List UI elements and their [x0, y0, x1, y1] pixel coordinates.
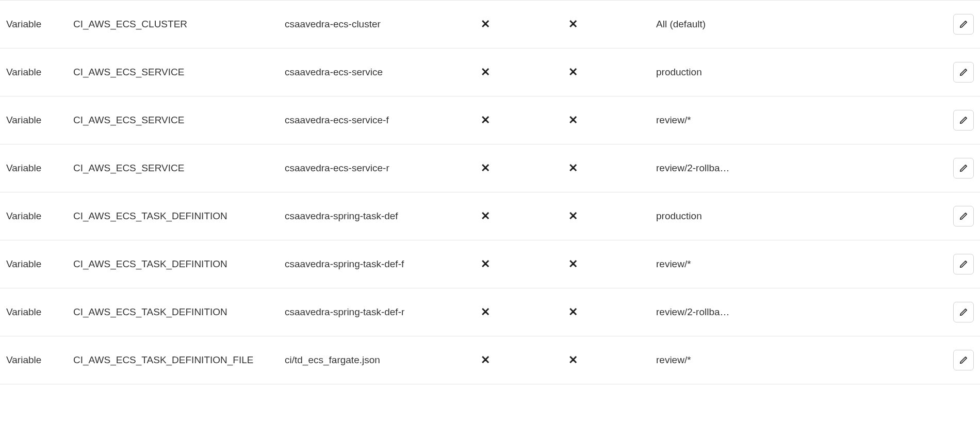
- x-icon: ✕: [481, 306, 490, 318]
- edit-variable-button[interactable]: [953, 62, 974, 83]
- variable-type: Variable: [0, 192, 67, 240]
- table-row: VariableCI_AWS_ECS_TASK_DEFINITION_FILEc…: [0, 336, 980, 384]
- pencil-icon: [959, 20, 968, 29]
- pencil-icon: [959, 355, 968, 365]
- variable-environment: All (default): [650, 1, 947, 48]
- variable-value: csaavedra-spring-task-def: [279, 192, 475, 240]
- variable-value: csaavedra-spring-task-def-f: [279, 240, 475, 288]
- variable-type: Variable: [0, 288, 67, 336]
- pencil-icon: [959, 212, 968, 221]
- variable-value: csaavedra-ecs-service-f: [279, 96, 475, 144]
- x-icon: ✕: [568, 67, 578, 78]
- table-row: VariableCI_AWS_ECS_TASK_DEFINITIONcsaave…: [0, 288, 980, 336]
- pencil-icon: [959, 164, 968, 173]
- variable-value: csaavedra-spring-task-def-r: [279, 288, 475, 336]
- variable-key: CI_AWS_ECS_SERVICE: [67, 96, 279, 144]
- variable-masked: ✕: [562, 192, 650, 240]
- variable-type: Variable: [0, 96, 67, 144]
- variable-protected: ✕: [475, 336, 562, 384]
- variable-environment: review/*: [650, 240, 947, 288]
- variable-value: csaavedra-ecs-cluster: [279, 1, 475, 48]
- variable-masked: ✕: [562, 288, 650, 336]
- variable-key: CI_AWS_ECS_CLUSTER: [67, 1, 279, 48]
- x-icon: ✕: [568, 258, 578, 270]
- x-icon: ✕: [568, 211, 578, 222]
- variable-protected: ✕: [475, 288, 562, 336]
- variable-value: csaavedra-ecs-service: [279, 48, 475, 96]
- variable-key: CI_AWS_ECS_TASK_DEFINITION: [67, 192, 279, 240]
- pencil-icon: [959, 68, 968, 77]
- x-icon: ✕: [481, 19, 490, 30]
- x-icon: ✕: [568, 115, 578, 126]
- edit-variable-button[interactable]: [953, 14, 974, 35]
- table-row: VariableCI_AWS_ECS_SERVICEcsaavedra-ecs-…: [0, 48, 980, 96]
- x-icon: ✕: [568, 306, 578, 318]
- variable-environment: review/2-rollba…: [650, 288, 947, 336]
- variable-protected: ✕: [475, 192, 562, 240]
- table-row: VariableCI_AWS_ECS_TASK_DEFINITIONcsaave…: [0, 240, 980, 288]
- variable-protected: ✕: [475, 144, 562, 192]
- edit-variable-button[interactable]: [953, 254, 974, 274]
- variable-type: Variable: [0, 240, 67, 288]
- pencil-icon: [959, 260, 968, 269]
- variable-type: Variable: [0, 48, 67, 96]
- variable-masked: ✕: [562, 96, 650, 144]
- variable-type: Variable: [0, 336, 67, 384]
- ci-variables-table: VariableCI_AWS_ECS_CLUSTERcsaavedra-ecs-…: [0, 0, 980, 384]
- variable-environment: production: [650, 48, 947, 96]
- pencil-icon: [959, 307, 968, 317]
- table-row: VariableCI_AWS_ECS_TASK_DEFINITIONcsaave…: [0, 192, 980, 240]
- variable-protected: ✕: [475, 240, 562, 288]
- edit-variable-button[interactable]: [953, 110, 974, 131]
- edit-variable-button[interactable]: [953, 350, 974, 370]
- edit-variable-button[interactable]: [953, 206, 974, 226]
- x-icon: ✕: [568, 354, 578, 366]
- x-icon: ✕: [481, 115, 490, 126]
- variable-value: csaavedra-ecs-service-r: [279, 144, 475, 192]
- variable-masked: ✕: [562, 48, 650, 96]
- variable-key: CI_AWS_ECS_TASK_DEFINITION_FILE: [67, 336, 279, 384]
- variable-environment: review/*: [650, 336, 947, 384]
- x-icon: ✕: [568, 163, 578, 174]
- variable-key: CI_AWS_ECS_TASK_DEFINITION: [67, 240, 279, 288]
- variable-value: ci/td_ecs_fargate.json: [279, 336, 475, 384]
- variable-key: CI_AWS_ECS_SERVICE: [67, 144, 279, 192]
- variable-key: CI_AWS_ECS_SERVICE: [67, 48, 279, 96]
- table-row: VariableCI_AWS_ECS_SERVICEcsaavedra-ecs-…: [0, 96, 980, 144]
- x-icon: ✕: [481, 163, 490, 174]
- variable-protected: ✕: [475, 48, 562, 96]
- variable-key: CI_AWS_ECS_TASK_DEFINITION: [67, 288, 279, 336]
- variable-masked: ✕: [562, 336, 650, 384]
- x-icon: ✕: [481, 354, 490, 366]
- edit-variable-button[interactable]: [953, 158, 974, 179]
- table-row: VariableCI_AWS_ECS_CLUSTERcsaavedra-ecs-…: [0, 1, 980, 48]
- variable-environment: review/2-rollba…: [650, 144, 947, 192]
- x-icon: ✕: [481, 67, 490, 78]
- variable-protected: ✕: [475, 1, 562, 48]
- variable-environment: review/*: [650, 96, 947, 144]
- variable-type: Variable: [0, 144, 67, 192]
- x-icon: ✕: [568, 19, 578, 30]
- table-row: VariableCI_AWS_ECS_SERVICEcsaavedra-ecs-…: [0, 144, 980, 192]
- edit-variable-button[interactable]: [953, 302, 974, 322]
- x-icon: ✕: [481, 211, 490, 222]
- x-icon: ✕: [481, 258, 490, 270]
- variable-masked: ✕: [562, 240, 650, 288]
- pencil-icon: [959, 116, 968, 125]
- variable-masked: ✕: [562, 144, 650, 192]
- variable-type: Variable: [0, 1, 67, 48]
- variable-protected: ✕: [475, 96, 562, 144]
- variable-environment: production: [650, 192, 947, 240]
- variable-masked: ✕: [562, 1, 650, 48]
